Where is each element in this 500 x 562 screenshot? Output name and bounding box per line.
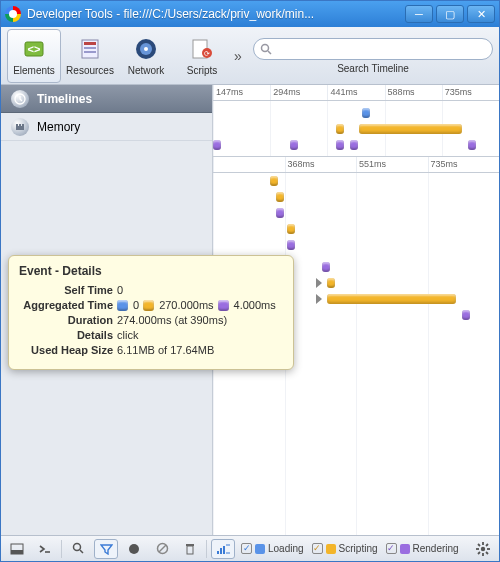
main-toolbar: <> Elements Resources Network ⟳ Scripts … [1, 27, 499, 85]
checkbox-icon[interactable] [241, 543, 252, 554]
svg-point-24 [129, 544, 139, 554]
tick: 588ms [385, 85, 442, 100]
overflow-button[interactable]: » [231, 48, 245, 64]
svg-rect-20 [11, 550, 23, 554]
svg-rect-30 [220, 548, 222, 554]
timeline-row[interactable] [213, 205, 499, 221]
timeline-row[interactable] [213, 173, 499, 189]
svg-rect-18 [22, 124, 24, 126]
tt-value: click [117, 329, 138, 341]
maximize-button[interactable]: ▢ [436, 5, 464, 23]
record-button[interactable] [122, 539, 146, 559]
tab-network-label: Network [128, 65, 165, 76]
overview-chart[interactable] [213, 101, 499, 157]
svg-rect-5 [84, 51, 96, 53]
svg-line-39 [478, 544, 480, 546]
memory-icon [11, 118, 29, 136]
chip-scripting-icon [143, 300, 154, 311]
tt-label: Duration [19, 314, 113, 326]
window-title: Developer Tools - file:///C:/Users/zack/… [27, 7, 402, 21]
swatch-icon [326, 544, 336, 554]
window-titlebar: Developer Tools - file:///C:/Users/zack/… [1, 1, 499, 27]
zoom-button[interactable] [66, 539, 90, 559]
tick: 551ms [356, 157, 428, 172]
tab-resources[interactable]: Resources [63, 29, 117, 83]
sidebar-item-memory[interactable]: Memory [1, 113, 212, 141]
close-button[interactable]: ✕ [467, 5, 495, 23]
console-button[interactable] [33, 539, 57, 559]
legend-rendering[interactable]: Rendering [386, 543, 459, 554]
tick: 368ms [285, 157, 357, 172]
svg-line-26 [159, 545, 166, 552]
tick: 441ms [327, 85, 384, 100]
tab-scripts-label: Scripts [187, 65, 218, 76]
svg-rect-29 [217, 551, 219, 554]
tooltip-title: Event - Details [19, 264, 283, 278]
tick: 735ms [428, 157, 500, 172]
network-icon [133, 36, 159, 62]
timeline-row[interactable] [213, 189, 499, 205]
tt-label: Details [19, 329, 113, 341]
tt-value: 274.000ms (at 390ms) [117, 314, 227, 326]
tab-elements[interactable]: <> Elements [7, 29, 61, 83]
search-input[interactable] [276, 43, 486, 55]
frames-button[interactable] [211, 539, 235, 559]
tt-value: 0 [117, 284, 123, 296]
checkbox-icon[interactable] [386, 543, 397, 554]
swatch-icon [400, 544, 410, 554]
elements-icon: <> [21, 36, 47, 62]
legend-scripting[interactable]: Scripting [312, 543, 378, 554]
tick: 735ms [442, 85, 499, 100]
ruler-detail: 368ms 551ms 735ms [213, 157, 499, 173]
filter-button[interactable] [94, 539, 118, 559]
legend-label: Scripting [339, 543, 378, 554]
timeline-row[interactable] [213, 221, 499, 237]
minimize-button[interactable]: ─ [405, 5, 433, 23]
legend-label: Loading [268, 543, 304, 554]
svg-rect-28 [186, 544, 194, 546]
tab-network[interactable]: Network [119, 29, 173, 83]
search-box[interactable] [253, 38, 493, 60]
tick: 294ms [270, 85, 327, 100]
legend: Loading Scripting Rendering [241, 543, 467, 554]
garbage-collect-button[interactable] [178, 539, 202, 559]
svg-point-8 [144, 47, 148, 51]
clear-button[interactable] [150, 539, 174, 559]
tick: 147ms [213, 85, 270, 100]
svg-rect-17 [19, 124, 21, 126]
tick [213, 157, 285, 172]
event-details-tooltip: Event - Details Self Time0 Aggregated Ti… [8, 255, 294, 370]
sidebar-memory-label: Memory [37, 120, 80, 134]
svg-rect-27 [187, 546, 193, 554]
tab-elements-label: Elements [13, 65, 55, 76]
svg-line-13 [268, 51, 271, 54]
scripts-icon: ⟳ [189, 36, 215, 62]
ruler-overview: 147ms 294ms 441ms 588ms 735ms [213, 85, 499, 101]
clock-icon [11, 90, 29, 108]
legend-loading[interactable]: Loading [241, 543, 304, 554]
tt-label: Used Heap Size [19, 344, 113, 356]
svg-line-41 [478, 552, 480, 554]
expand-arrow-icon[interactable] [316, 294, 322, 304]
tt-label: Self Time [19, 284, 113, 296]
svg-rect-16 [16, 124, 18, 126]
svg-text:<>: <> [28, 43, 41, 55]
settings-button[interactable] [471, 539, 495, 559]
checkbox-icon[interactable] [312, 543, 323, 554]
swatch-icon [255, 544, 265, 554]
svg-rect-3 [84, 42, 96, 45]
svg-point-34 [481, 546, 485, 550]
dock-button[interactable] [5, 539, 29, 559]
svg-rect-15 [16, 126, 24, 130]
sidebar-item-timelines[interactable]: Timelines [1, 85, 212, 113]
tab-scripts[interactable]: ⟳ Scripts [175, 29, 229, 83]
svg-text:⟳: ⟳ [204, 50, 210, 57]
search-label: Search Timeline [337, 63, 409, 74]
tt-value: 0 [133, 299, 139, 311]
timeline-row[interactable] [213, 237, 499, 253]
svg-rect-31 [223, 546, 225, 554]
search-icon [260, 43, 272, 55]
tt-value: 270.000ms [159, 299, 213, 311]
tab-resources-label: Resources [66, 65, 114, 76]
expand-arrow-icon[interactable] [316, 278, 322, 288]
